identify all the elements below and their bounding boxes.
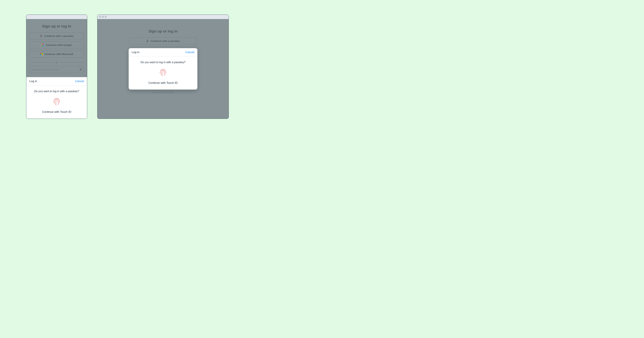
continue-passkey-button[interactable]: Continue with a passkey [130, 37, 196, 44]
svg-rect-0 [40, 53, 42, 54]
cancel-button[interactable]: Cancel [75, 80, 84, 83]
sheet-question: Do you want to log in with a passkey? [34, 90, 79, 93]
input-passkey-icon [79, 68, 82, 71]
traffic-light-close-icon[interactable] [99, 16, 101, 17]
continue-microsoft-label: Continue with Microsoft [44, 53, 73, 55]
continue-google-button[interactable]: Continue with Google [29, 41, 84, 49]
divider-text: or [56, 61, 58, 64]
login-modal: Log in Cancel Do you want to log in with… [129, 48, 198, 89]
sheet-question: Do you want to log in with a passkey? [140, 61, 186, 64]
powered-prefix: Powered by [152, 91, 164, 94]
sheet-header: Log in Cancel [26, 77, 87, 85]
sheet-title: Log in [29, 80, 37, 83]
svg-rect-2 [40, 54, 42, 55]
microsoft-icon [40, 53, 43, 55]
login-sheet: Log in Cancel Do you want to log in with… [26, 77, 87, 119]
svg-rect-3 [42, 54, 42, 55]
auth-title: Sign up or log in [148, 29, 178, 33]
auth-title: Sign up or log in [42, 24, 71, 28]
passkey-icon [146, 40, 149, 42]
sheet-body: Do you want to log in with a passkey? Co… [129, 56, 198, 89]
continue-passkey-button[interactable]: Continue with a passkey [29, 32, 84, 39]
email-input[interactable]: example@company.com [29, 66, 84, 73]
traffic-light-minimize-icon[interactable] [102, 16, 104, 17]
cancel-button[interactable]: Cancel [186, 50, 194, 54]
auth-card: Sign up or log in Continue with a passke… [26, 19, 87, 79]
desktop-viewport: Sign up or log in Continue with a passke… [98, 19, 228, 119]
powered-by: Powered by STYTCH [152, 91, 174, 94]
continue-microsoft-button[interactable]: Continue with Microsoft [29, 51, 84, 58]
divider: or [29, 61, 84, 64]
sheet-title: Log in [132, 50, 139, 54]
desktop-titlebar [98, 15, 228, 19]
continue-passkey-label: Continue with a passkey [44, 34, 74, 37]
traffic-light-zoom-icon[interactable] [105, 16, 106, 17]
mobile-titlebar [26, 15, 87, 19]
passkey-icon [40, 35, 42, 37]
touchid-action[interactable]: Continue with Touch ID [148, 81, 178, 84]
sheet-header: Log in Cancel [129, 48, 198, 56]
continue-google-label: Continue with Google [46, 43, 72, 46]
google-icon [42, 44, 44, 46]
touchid-action[interactable]: Continue with Touch ID [42, 110, 72, 114]
touchid-icon [158, 68, 168, 78]
email-placeholder: example@company.com [32, 68, 59, 71]
desktop-device-frame: Sign up or log in Continue with a passke… [97, 14, 229, 119]
powered-brand: STYTCH [164, 91, 174, 94]
mobile-viewport: Sign up or log in Continue with a passke… [26, 19, 87, 119]
divider-line-right [60, 62, 84, 62]
sheet-body: Do you want to log in with a passkey? Co… [26, 85, 87, 119]
svg-rect-1 [42, 53, 42, 54]
mobile-device-frame: Sign up or log in Continue with a passke… [26, 14, 87, 119]
continue-passkey-label: Continue with a passkey [150, 39, 180, 42]
touchid-icon [52, 97, 62, 108]
divider-line-left [29, 62, 53, 62]
